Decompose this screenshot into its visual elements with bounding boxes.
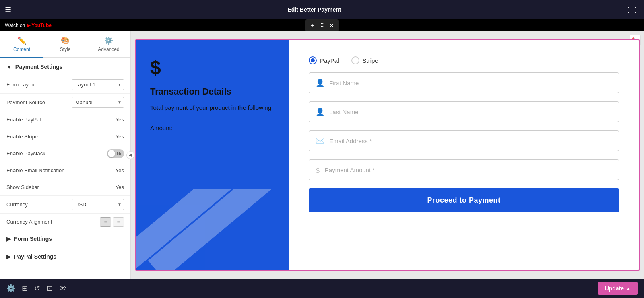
payment-source-select[interactable]: Manual Automatic: [72, 97, 124, 108]
blue-panel: $ Transaction Details Total payment of y…: [136, 40, 289, 270]
form-settings-label: Form Settings: [14, 236, 52, 242]
currency-select[interactable]: USD EUR GBP: [72, 199, 124, 210]
currency-label: Currency: [6, 201, 72, 208]
email-field-wrapper: ✉️: [309, 130, 619, 151]
stripe-radio-circle: [351, 56, 359, 64]
enable-stripe-row: Enable Stripe Yes: [0, 128, 130, 145]
enable-paystack-toggle[interactable]: No: [107, 149, 124, 158]
left-panel: ✏️ Content 🎨 Style ⚙️ Advanced ▼ Payment…: [0, 31, 131, 279]
paypal-settings-header[interactable]: ▶ PayPal Settings: [0, 248, 130, 265]
payment-amount-input[interactable]: [325, 166, 612, 173]
dollar-sign-icon: $: [150, 56, 274, 78]
currency-select-wrapper: USD EUR GBP ▼: [72, 199, 124, 210]
toolbar-add-button[interactable]: +: [308, 21, 317, 30]
payment-source-select-wrapper: Manual Automatic ▼: [72, 97, 124, 108]
paypal-radio-label: PayPal: [320, 57, 339, 64]
form-settings-header[interactable]: ▶ Form Settings: [0, 230, 130, 248]
first-name-input[interactable]: [329, 80, 612, 86]
form-layout-select[interactable]: Layout 1 Layout 2 Layout 3: [72, 79, 124, 90]
enable-paystack-label: Enable Paystack: [6, 150, 107, 156]
watch-on-label: Watch on: [5, 23, 25, 28]
last-name-field-wrapper: 👤: [309, 101, 619, 122]
toggle-knob: [108, 150, 115, 157]
payment-amount-icon: $: [316, 166, 320, 174]
youtube-label: ▶ YouTube: [27, 23, 52, 28]
transaction-description: Total payment of your product in the fol…: [150, 103, 274, 113]
style-icon: 🎨: [61, 36, 70, 45]
main-layout: ✏️ Content 🎨 Style ⚙️ Advanced ▼ Payment…: [0, 31, 644, 279]
preview-icon[interactable]: 👁: [59, 284, 66, 293]
payment-settings-header[interactable]: ▼ Payment Settings: [0, 58, 130, 76]
payment-settings-label: Payment Settings: [15, 64, 62, 70]
alignment-buttons: ≡ ≡: [100, 217, 124, 227]
enable-paypal-label: Enable PayPal: [6, 117, 116, 123]
show-sidebar-row: Show Sidebar Yes: [0, 179, 130, 195]
youtube-bar: Watch on ▶ YouTube + ⠿ ✕: [0, 19, 644, 31]
enable-paystack-row: Enable Paystack No: [0, 145, 130, 162]
currency-row: Currency USD EUR GBP ▼: [0, 195, 130, 213]
proceed-to-payment-button[interactable]: Proceed to Payment: [309, 188, 619, 212]
tab-advanced[interactable]: ⚙️ Advanced: [87, 31, 130, 58]
amount-label: Amount:: [150, 125, 274, 132]
align-left-button[interactable]: ≡: [100, 217, 111, 227]
payment-amount-field-wrapper: $: [309, 159, 619, 180]
first-name-icon: 👤: [316, 78, 324, 87]
payment-source-row: Payment Source Manual Automatic ▼: [0, 93, 130, 111]
payment-settings-arrow: ▼: [6, 64, 12, 70]
form-layout-label: Form Layout: [6, 82, 72, 88]
toolbar-move-button[interactable]: ⠿: [318, 21, 326, 30]
first-name-field-wrapper: 👤: [309, 72, 619, 93]
enable-email-value: Yes: [116, 167, 124, 173]
layers-icon[interactable]: ⊞: [22, 284, 28, 293]
tab-content[interactable]: ✏️ Content: [0, 31, 43, 58]
paypal-settings-label: PayPal Settings: [14, 253, 56, 260]
align-right-button[interactable]: ≡: [113, 217, 124, 227]
content-icon: ✏️: [17, 36, 26, 45]
enable-email-row: Enable Email Notification Yes: [0, 162, 130, 179]
top-bar: ☰ Edit Better Payment ⋮⋮⋮: [0, 0, 644, 19]
transaction-title: Transaction Details: [150, 86, 274, 97]
last-name-input[interactable]: [329, 109, 612, 115]
enable-stripe-value: Yes: [116, 134, 124, 140]
update-label: Update: [605, 285, 624, 292]
youtube-logo: Watch on ▶ YouTube: [5, 23, 52, 28]
stripe-radio-label: Stripe: [363, 57, 378, 64]
stripe-radio-option[interactable]: Stripe: [351, 56, 378, 64]
grid-icon[interactable]: ⋮⋮⋮: [617, 5, 639, 14]
update-button[interactable]: Update ▲: [598, 282, 638, 295]
tab-bar: ✏️ Content 🎨 Style ⚙️ Advanced: [0, 31, 130, 58]
show-sidebar-value: Yes: [116, 184, 124, 190]
canvas-area: ✏️ $ Transaction Details Total payment o…: [131, 31, 644, 279]
bottom-bar: ⚙️ ⊞ ↺ ⊡ 👁 Update ▲: [0, 279, 644, 298]
enable-email-label: Enable Email Notification: [6, 167, 116, 173]
payment-method-radio-group: PayPal Stripe: [309, 56, 619, 64]
advanced-icon: ⚙️: [104, 36, 113, 45]
paypal-radio-circle: [309, 56, 317, 64]
paypal-settings-arrow: ▶: [6, 253, 11, 260]
floating-toolbar: + ⠿ ✕: [305, 19, 339, 31]
responsive-icon[interactable]: ⊡: [47, 284, 53, 293]
history-icon[interactable]: ↺: [34, 284, 40, 293]
toolbar-close-button[interactable]: ✕: [327, 21, 336, 30]
enable-paypal-value: Yes: [116, 117, 124, 123]
paypal-radio-option[interactable]: PayPal: [309, 56, 339, 64]
payment-widget: $ Transaction Details Total payment of y…: [135, 39, 640, 271]
toggle-no-label: No: [117, 151, 122, 156]
email-input[interactable]: [329, 138, 612, 144]
hamburger-icon[interactable]: ☰: [5, 5, 11, 14]
payment-source-label: Payment Source: [6, 99, 72, 105]
diagonal-decoration: [136, 189, 289, 270]
form-panel: PayPal Stripe 👤 👤: [289, 40, 639, 270]
panel-content: ▼ Payment Settings Form Layout Layout 1 …: [0, 58, 130, 279]
enable-paypal-row: Enable PayPal Yes: [0, 111, 130, 128]
currency-alignment-label: Currency Alignment: [6, 219, 100, 225]
currency-alignment-row: Currency Alignment ≡ ≡: [0, 213, 130, 230]
email-icon: ✉️: [316, 136, 324, 145]
tab-style[interactable]: 🎨 Style: [43, 31, 87, 58]
show-sidebar-label: Show Sidebar: [6, 184, 116, 190]
settings-icon[interactable]: ⚙️: [6, 284, 15, 293]
tab-style-label: Style: [60, 47, 71, 52]
paypal-radio-inner: [311, 58, 315, 62]
form-layout-select-wrapper: Layout 1 Layout 2 Layout 3 ▼: [72, 79, 124, 90]
collapse-handle[interactable]: ◀: [126, 151, 134, 159]
